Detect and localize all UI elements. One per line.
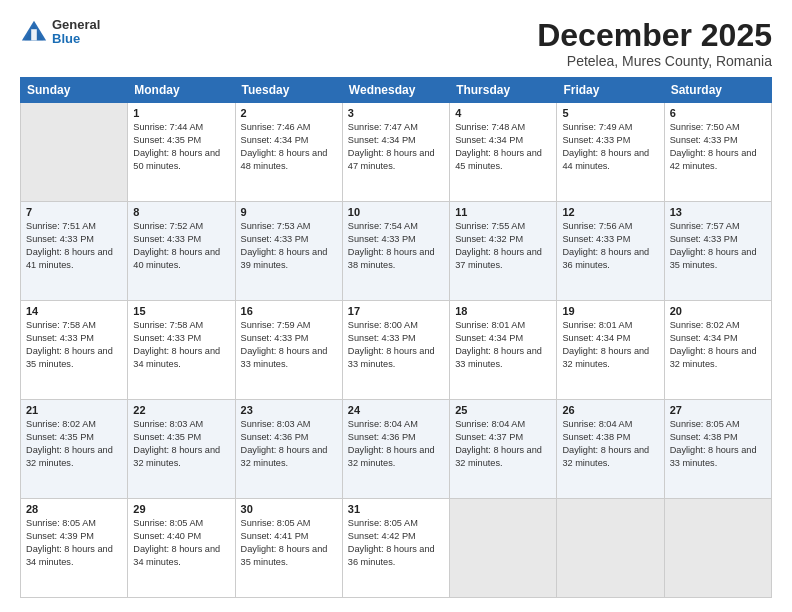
calendar: SundayMondayTuesdayWednesdayThursdayFrid…: [20, 77, 772, 598]
day-number: 5: [562, 107, 658, 119]
calendar-cell: 16Sunrise: 7:59 AM Sunset: 4:33 PM Dayli…: [235, 301, 342, 400]
day-number: 11: [455, 206, 551, 218]
day-number: 28: [26, 503, 122, 515]
calendar-cell: 15Sunrise: 7:58 AM Sunset: 4:33 PM Dayli…: [128, 301, 235, 400]
calendar-cell: [557, 499, 664, 598]
day-number: 10: [348, 206, 444, 218]
header-day-thursday: Thursday: [450, 78, 557, 103]
day-number: 18: [455, 305, 551, 317]
header-day-sunday: Sunday: [21, 78, 128, 103]
cell-info: Sunrise: 8:05 AM Sunset: 4:42 PM Dayligh…: [348, 517, 444, 569]
cell-info: Sunrise: 7:44 AM Sunset: 4:35 PM Dayligh…: [133, 121, 229, 173]
cell-info: Sunrise: 7:59 AM Sunset: 4:33 PM Dayligh…: [241, 319, 337, 371]
cell-info: Sunrise: 8:02 AM Sunset: 4:34 PM Dayligh…: [670, 319, 766, 371]
day-number: 25: [455, 404, 551, 416]
calendar-cell: [450, 499, 557, 598]
week-row-2: 7Sunrise: 7:51 AM Sunset: 4:33 PM Daylig…: [21, 202, 772, 301]
day-number: 7: [26, 206, 122, 218]
header-day-friday: Friday: [557, 78, 664, 103]
calendar-cell: 11Sunrise: 7:55 AM Sunset: 4:32 PM Dayli…: [450, 202, 557, 301]
cell-info: Sunrise: 7:50 AM Sunset: 4:33 PM Dayligh…: [670, 121, 766, 173]
day-number: 15: [133, 305, 229, 317]
day-number: 26: [562, 404, 658, 416]
day-number: 16: [241, 305, 337, 317]
cell-info: Sunrise: 7:47 AM Sunset: 4:34 PM Dayligh…: [348, 121, 444, 173]
day-number: 31: [348, 503, 444, 515]
calendar-cell: 27Sunrise: 8:05 AM Sunset: 4:38 PM Dayli…: [664, 400, 771, 499]
day-number: 9: [241, 206, 337, 218]
calendar-cell: 4Sunrise: 7:48 AM Sunset: 4:34 PM Daylig…: [450, 103, 557, 202]
week-row-5: 28Sunrise: 8:05 AM Sunset: 4:39 PM Dayli…: [21, 499, 772, 598]
calendar-cell: 31Sunrise: 8:05 AM Sunset: 4:42 PM Dayli…: [342, 499, 449, 598]
calendar-cell: 7Sunrise: 7:51 AM Sunset: 4:33 PM Daylig…: [21, 202, 128, 301]
day-number: 17: [348, 305, 444, 317]
title-block: December 2025 Petelea, Mures County, Rom…: [537, 18, 772, 69]
calendar-header-row: SundayMondayTuesdayWednesdayThursdayFrid…: [21, 78, 772, 103]
cell-info: Sunrise: 8:05 AM Sunset: 4:40 PM Dayligh…: [133, 517, 229, 569]
day-number: 13: [670, 206, 766, 218]
cell-info: Sunrise: 8:00 AM Sunset: 4:33 PM Dayligh…: [348, 319, 444, 371]
cell-info: Sunrise: 8:04 AM Sunset: 4:38 PM Dayligh…: [562, 418, 658, 470]
cell-info: Sunrise: 7:49 AM Sunset: 4:33 PM Dayligh…: [562, 121, 658, 173]
cell-info: Sunrise: 7:54 AM Sunset: 4:33 PM Dayligh…: [348, 220, 444, 272]
calendar-cell: 9Sunrise: 7:53 AM Sunset: 4:33 PM Daylig…: [235, 202, 342, 301]
calendar-cell: 26Sunrise: 8:04 AM Sunset: 4:38 PM Dayli…: [557, 400, 664, 499]
calendar-cell: 14Sunrise: 7:58 AM Sunset: 4:33 PM Dayli…: [21, 301, 128, 400]
page: General Blue December 2025 Petelea, Mure…: [0, 0, 792, 612]
logo-text: General Blue: [52, 18, 100, 47]
cell-info: Sunrise: 8:01 AM Sunset: 4:34 PM Dayligh…: [455, 319, 551, 371]
calendar-cell: 25Sunrise: 8:04 AM Sunset: 4:37 PM Dayli…: [450, 400, 557, 499]
calendar-cell: 19Sunrise: 8:01 AM Sunset: 4:34 PM Dayli…: [557, 301, 664, 400]
day-number: 2: [241, 107, 337, 119]
day-number: 8: [133, 206, 229, 218]
calendar-cell: 29Sunrise: 8:05 AM Sunset: 4:40 PM Dayli…: [128, 499, 235, 598]
calendar-cell: 23Sunrise: 8:03 AM Sunset: 4:36 PM Dayli…: [235, 400, 342, 499]
cell-info: Sunrise: 7:46 AM Sunset: 4:34 PM Dayligh…: [241, 121, 337, 173]
logo-general: General: [52, 18, 100, 32]
day-number: 19: [562, 305, 658, 317]
cell-info: Sunrise: 7:48 AM Sunset: 4:34 PM Dayligh…: [455, 121, 551, 173]
cell-info: Sunrise: 7:53 AM Sunset: 4:33 PM Dayligh…: [241, 220, 337, 272]
cell-info: Sunrise: 8:04 AM Sunset: 4:36 PM Dayligh…: [348, 418, 444, 470]
day-number: 29: [133, 503, 229, 515]
calendar-cell: 12Sunrise: 7:56 AM Sunset: 4:33 PM Dayli…: [557, 202, 664, 301]
day-number: 20: [670, 305, 766, 317]
cell-info: Sunrise: 8:05 AM Sunset: 4:39 PM Dayligh…: [26, 517, 122, 569]
logo: General Blue: [20, 18, 100, 47]
day-number: 6: [670, 107, 766, 119]
day-number: 27: [670, 404, 766, 416]
cell-info: Sunrise: 7:57 AM Sunset: 4:33 PM Dayligh…: [670, 220, 766, 272]
header-day-wednesday: Wednesday: [342, 78, 449, 103]
subtitle: Petelea, Mures County, Romania: [537, 53, 772, 69]
calendar-cell: 2Sunrise: 7:46 AM Sunset: 4:34 PM Daylig…: [235, 103, 342, 202]
calendar-cell: 30Sunrise: 8:05 AM Sunset: 4:41 PM Dayli…: [235, 499, 342, 598]
cell-info: Sunrise: 7:58 AM Sunset: 4:33 PM Dayligh…: [26, 319, 122, 371]
cell-info: Sunrise: 7:56 AM Sunset: 4:33 PM Dayligh…: [562, 220, 658, 272]
header: General Blue December 2025 Petelea, Mure…: [20, 18, 772, 69]
logo-blue: Blue: [52, 32, 100, 46]
calendar-cell: 24Sunrise: 8:04 AM Sunset: 4:36 PM Dayli…: [342, 400, 449, 499]
calendar-cell: 3Sunrise: 7:47 AM Sunset: 4:34 PM Daylig…: [342, 103, 449, 202]
calendar-cell: 5Sunrise: 7:49 AM Sunset: 4:33 PM Daylig…: [557, 103, 664, 202]
month-title: December 2025: [537, 18, 772, 53]
day-number: 30: [241, 503, 337, 515]
cell-info: Sunrise: 8:03 AM Sunset: 4:36 PM Dayligh…: [241, 418, 337, 470]
day-number: 3: [348, 107, 444, 119]
calendar-cell: 13Sunrise: 7:57 AM Sunset: 4:33 PM Dayli…: [664, 202, 771, 301]
cell-info: Sunrise: 8:01 AM Sunset: 4:34 PM Dayligh…: [562, 319, 658, 371]
day-number: 12: [562, 206, 658, 218]
calendar-cell: 20Sunrise: 8:02 AM Sunset: 4:34 PM Dayli…: [664, 301, 771, 400]
calendar-cell: 18Sunrise: 8:01 AM Sunset: 4:34 PM Dayli…: [450, 301, 557, 400]
cell-info: Sunrise: 8:02 AM Sunset: 4:35 PM Dayligh…: [26, 418, 122, 470]
cell-info: Sunrise: 8:04 AM Sunset: 4:37 PM Dayligh…: [455, 418, 551, 470]
cell-info: Sunrise: 7:52 AM Sunset: 4:33 PM Dayligh…: [133, 220, 229, 272]
logo-icon: [20, 18, 48, 46]
week-row-4: 21Sunrise: 8:02 AM Sunset: 4:35 PM Dayli…: [21, 400, 772, 499]
week-row-1: 1Sunrise: 7:44 AM Sunset: 4:35 PM Daylig…: [21, 103, 772, 202]
calendar-cell: 1Sunrise: 7:44 AM Sunset: 4:35 PM Daylig…: [128, 103, 235, 202]
day-number: 23: [241, 404, 337, 416]
cell-info: Sunrise: 7:51 AM Sunset: 4:33 PM Dayligh…: [26, 220, 122, 272]
header-day-monday: Monday: [128, 78, 235, 103]
day-number: 24: [348, 404, 444, 416]
calendar-cell: 10Sunrise: 7:54 AM Sunset: 4:33 PM Dayli…: [342, 202, 449, 301]
